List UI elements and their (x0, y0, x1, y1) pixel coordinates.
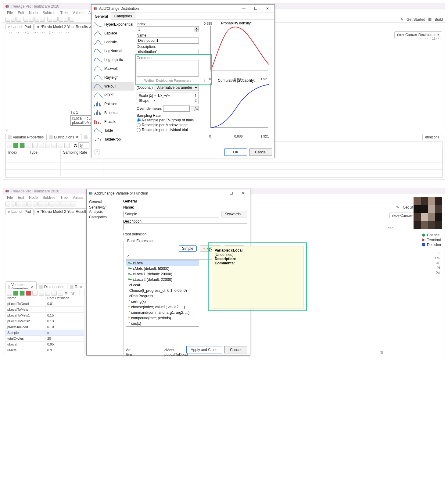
tab-launch-pad[interactable]: ⌂Launch Pad (5, 208, 34, 215)
menu-tree[interactable]: Tree (59, 195, 70, 200)
tab-variable-properties[interactable]: Variable Properties (5, 134, 46, 140)
dialog-titlebar[interactable]: Add/Change Distribution — ☐ ✕ (91, 5, 274, 13)
maximize-button[interactable]: ☐ (250, 5, 261, 12)
m3-icon[interactable] (66, 202, 70, 206)
copy-icon[interactable] (32, 143, 38, 148)
menu-subtree[interactable]: Subtree (41, 10, 57, 15)
menu-file[interactable]: File (5, 195, 15, 200)
home-icon[interactable] (5, 202, 10, 206)
m4-icon[interactable] (71, 202, 76, 206)
bars-icon[interactable] (49, 202, 54, 206)
m1-icon[interactable] (55, 202, 59, 206)
menu-values[interactable]: Values (71, 195, 85, 200)
radio-individual[interactable] (137, 128, 141, 132)
param-scale-val[interactable]: 1 (195, 94, 197, 98)
side-categories[interactable]: Categories (89, 214, 118, 220)
var-row[interactable]: pMetsToDead0.10 (5, 324, 84, 330)
suggestion-item[interactable]: V=cLocal2 (default: 22000) (126, 277, 199, 282)
spin-down[interactable]: ▼ (195, 29, 199, 32)
layout-icon[interactable] (22, 202, 27, 206)
autocomplete-popup[interactable]: V=cLocalV=cMets (default: 50000)V=cLocal… (126, 260, 199, 327)
tree-icon[interactable] (27, 202, 32, 206)
more2-icon[interactable] (64, 17, 69, 22)
m2-icon[interactable] (60, 202, 65, 206)
disk-icon[interactable] (38, 202, 43, 206)
var-row[interactable]: uMets0.9 (5, 347, 84, 353)
circle-icon[interactable] (47, 17, 52, 22)
menu-edit[interactable]: Edit (16, 10, 26, 15)
name-input[interactable] (123, 211, 219, 217)
dist-maxwell[interactable]: Maxwell (91, 64, 134, 73)
dist-loglogistic[interactable]: LogLogistic (91, 55, 134, 64)
tab-general[interactable]: General (91, 13, 111, 20)
menu-file[interactable]: File (5, 10, 15, 15)
suggestion-item[interactable]: cLocal1 (126, 282, 199, 288)
menu-edit[interactable]: Edit (16, 195, 26, 200)
side-sensitivity[interactable]: Sensitivity Analysis (89, 205, 118, 214)
var-row[interactable]: pLocalToDead0.01 (5, 301, 84, 307)
dist-laplace[interactable]: Laplace (91, 29, 134, 38)
suggestion-item[interactable]: ƒcos(x) (126, 321, 199, 326)
index-spinner[interactable]: ▲▼ (137, 26, 199, 32)
description-input[interactable] (123, 224, 247, 230)
suggestion-item[interactable]: V=cLocal1 (default: 20000) (126, 271, 199, 277)
close-button[interactable]: ✕ (238, 190, 248, 197)
cancel-button[interactable]: Cancel (249, 149, 272, 156)
menu-node[interactable]: Node (27, 195, 40, 200)
dist-rayleigh[interactable]: Rayleigh (91, 73, 134, 82)
forward-icon[interactable] (16, 17, 21, 22)
tree-icon[interactable] (29, 17, 34, 22)
header-right-links[interactable]: ✎Get Started ▦Build (400, 17, 443, 22)
add-icon[interactable] (13, 143, 18, 148)
override-input[interactable] (163, 106, 190, 112)
maximize-button[interactable]: ☐ (226, 190, 236, 197)
tab-launch-pad[interactable]: ⌂Launch Pad (5, 23, 34, 30)
more3-icon[interactable] (69, 17, 74, 22)
suggestion-item[interactable]: ƒceiling(x) (126, 299, 199, 304)
suggestion-item[interactable]: ƒcommand(command; arg1; arg2; ...) (126, 310, 199, 315)
cube-icon[interactable] (34, 17, 39, 22)
menu-tree[interactable]: Tree (59, 10, 70, 15)
t3-icon[interactable] (58, 143, 63, 148)
add2-icon[interactable] (20, 143, 25, 148)
dist-table[interactable]: Table (91, 126, 134, 135)
dist-poisson[interactable]: Poisson (91, 99, 134, 108)
help-button[interactable]: ? (94, 149, 100, 155)
t2-icon[interactable] (52, 143, 57, 148)
delete-icon[interactable] (26, 143, 31, 148)
radio-markov[interactable] (137, 123, 141, 127)
fx-button[interactable]: =ƒx (191, 106, 199, 111)
grid-row[interactable] (6, 163, 443, 170)
var-row[interactable]: totalCycles20 (5, 336, 84, 342)
tab-categories[interactable]: Categories (111, 13, 135, 20)
param-shape-val[interactable]: 2 (195, 98, 197, 103)
scroll-left-icon[interactable]: < (6, 128, 8, 133)
index-input[interactable] (137, 26, 194, 32)
dist-lognormal[interactable]: LogNormal (91, 46, 134, 55)
dist-pert[interactable]: PERT (91, 91, 134, 99)
dist-fractile[interactable]: Fractile (91, 117, 134, 126)
var-row[interactable]: pLocalToMets10.15 (5, 313, 84, 318)
var-row[interactable]: Samplec (5, 330, 84, 336)
dist-logistic[interactable]: Logistic (91, 38, 134, 46)
dist-hyperexponential[interactable]: HyperExponential (91, 20, 134, 29)
tab-definitions[interactable]: efinitions (422, 134, 442, 140)
col-name[interactable]: Name (5, 295, 45, 301)
dist-tableprob[interactable]: TableProb (91, 135, 134, 144)
back-icon[interactable] (11, 17, 16, 22)
back-icon[interactable] (11, 202, 16, 206)
col-root-def[interactable]: Root Definition (45, 295, 84, 301)
menu-subtree[interactable]: Subtree (41, 195, 57, 200)
edit-icon[interactable] (7, 143, 12, 148)
col-type[interactable]: Type (27, 149, 61, 156)
name-input[interactable] (137, 38, 199, 44)
circle-icon[interactable] (44, 202, 48, 206)
t1-icon[interactable] (45, 143, 50, 148)
dialog-titlebar[interactable]: Add/Change Variable or Function ☐ ✕ (87, 189, 250, 197)
cube-icon[interactable] (33, 202, 38, 206)
var-row[interactable]: pLocalToMets20.13 (5, 318, 84, 324)
filter-input[interactable] (78, 142, 89, 149)
menu-node[interactable]: Node (27, 10, 40, 15)
radio-ev[interactable] (137, 118, 141, 122)
forward-icon[interactable] (16, 202, 21, 206)
